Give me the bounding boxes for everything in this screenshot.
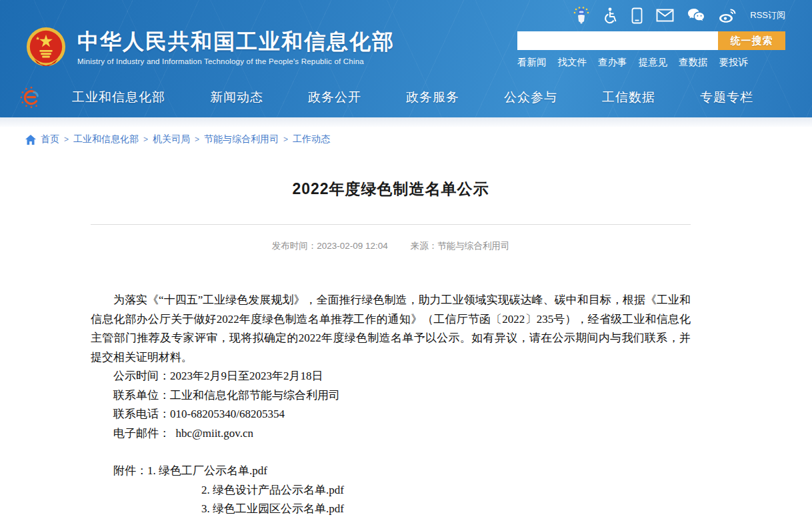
quick-link-data[interactable]: 查数据 bbox=[679, 56, 708, 69]
quick-link-complaint[interactable]: 要投诉 bbox=[719, 56, 749, 69]
accessibility-icon[interactable] bbox=[603, 7, 618, 24]
attachment-line: 3. 绿色工业园区公示名单.pdf bbox=[91, 500, 691, 519]
nav-item-gov-disclosure[interactable]: 政务公开 bbox=[308, 89, 361, 106]
mail-icon[interactable] bbox=[656, 9, 674, 22]
breadcrumb-separator: > bbox=[195, 135, 199, 144]
attachment-link-green-factory[interactable]: 1. 绿色工厂公示名单.pdf bbox=[147, 464, 267, 477]
title-divider bbox=[91, 224, 691, 225]
article-body: 为落实《“十四五”工业绿色发展规划》，全面推行绿色制造，助力工业领域实现碳达峰、… bbox=[91, 291, 691, 521]
home-icon[interactable] bbox=[25, 135, 36, 145]
attachments-label: 附件： bbox=[113, 464, 147, 477]
nav-item-data[interactable]: 工信数据 bbox=[602, 89, 655, 106]
brand-text: 中华人民共和国工业和信息化部 Ministry of Industry and … bbox=[77, 29, 395, 66]
article-content: 2022年度绿色制造名单公示 发布时间：2023-02-09 12:04来源：节… bbox=[91, 179, 691, 521]
breadcrumb: 首页 > 工业和信息化部 > 机关司局 > 节能与综合利用司 > 工作动态 bbox=[25, 133, 812, 145]
site-title: 中华人民共和国工业和信息化部 bbox=[77, 29, 395, 54]
unified-search-button[interactable]: 统一搜索 bbox=[718, 31, 785, 50]
article-meta: 发布时间：2023-02-09 12:04来源：节能与综合利用司 bbox=[91, 240, 691, 252]
miit-spiral-logo bbox=[20, 86, 43, 109]
national-emblem-logo bbox=[25, 27, 67, 68]
breadcrumb-separator: > bbox=[143, 135, 148, 144]
attachments-list: 附件：1. 绿色工厂公示名单.pdf 2. 绿色设计产品公示名单.pdf 3. … bbox=[91, 462, 691, 521]
nav-item-gov-services[interactable]: 政务服务 bbox=[406, 89, 459, 106]
header-icon-row: RSS订阅 bbox=[517, 7, 785, 24]
nav-item-public-participation[interactable]: 公众参与 bbox=[504, 89, 557, 106]
weibo-icon[interactable] bbox=[718, 8, 737, 23]
attachment-line: 4. 绿色供应链管理企业公示名单.pdf bbox=[91, 519, 691, 521]
quick-link-news[interactable]: 看新闻 bbox=[517, 56, 547, 69]
header-right: RSS订阅 统一搜索 看新闻 找文件 查办事 提意见 查数据 要投诉 bbox=[517, 0, 785, 77]
breadcrumb-home[interactable]: 首页 bbox=[41, 133, 59, 145]
breadcrumb-separator: > bbox=[283, 135, 288, 144]
main-nav: 工业和信息化部 新闻动态 政务公开 政务服务 公众参与 工信数据 专题专栏 bbox=[0, 77, 812, 117]
publish-time-label: 发布时间： bbox=[272, 241, 317, 251]
quick-link-services[interactable]: 查办事 bbox=[598, 56, 627, 69]
attachment-link-green-design-products[interactable]: 2. 绿色设计产品公示名单.pdf bbox=[201, 484, 344, 496]
site-header: 中华人民共和国工业和信息化部 Ministry of Industry and … bbox=[0, 0, 812, 117]
breadcrumb-energy-dept[interactable]: 节能与综合利用司 bbox=[204, 133, 279, 145]
breadcrumb-work-updates[interactable]: 工作动态 bbox=[293, 133, 330, 145]
breadcrumb-miit[interactable]: 工业和信息化部 bbox=[73, 133, 139, 145]
header-top: 中华人民共和国工业和信息化部 Ministry of Industry and … bbox=[0, 0, 812, 77]
article-title: 2022年度绿色制造名单公示 bbox=[91, 179, 691, 199]
quick-links-row: 看新闻 找文件 查办事 提意见 查数据 要投诉 bbox=[517, 56, 785, 69]
header-divider-strip bbox=[0, 117, 812, 127]
attachment-link-green-industrial-parks[interactable]: 3. 绿色工业园区公示名单.pdf bbox=[201, 502, 344, 515]
nav-item-miit[interactable]: 工业和信息化部 bbox=[72, 89, 165, 106]
search-bar: 统一搜索 bbox=[517, 31, 785, 50]
contact-phone-line: 联系电话：010-68205340/68205354 bbox=[91, 405, 691, 424]
search-input[interactable] bbox=[517, 31, 718, 50]
attachment-line: 2. 绿色设计产品公示名单.pdf bbox=[91, 481, 691, 500]
wechat-icon[interactable] bbox=[687, 8, 705, 23]
site-brand[interactable]: 中华人民共和国工业和信息化部 Ministry of Industry and … bbox=[25, 17, 395, 77]
site-subtitle: Ministry of Industry and Information Tec… bbox=[77, 57, 395, 65]
attachment-line: 附件：1. 绿色工厂公示名单.pdf bbox=[91, 462, 691, 481]
source-label: 来源： bbox=[411, 241, 438, 251]
quick-link-documents[interactable]: 找文件 bbox=[558, 56, 587, 69]
publicity-period-line: 公示时间：2023年2月9日至2023年2月18日 bbox=[91, 367, 691, 386]
quick-link-feedback[interactable]: 提意见 bbox=[639, 56, 668, 69]
contact-email-line: 电子邮件： hbc@miit.gov.cn bbox=[91, 424, 691, 444]
breadcrumb-departments[interactable]: 机关司局 bbox=[153, 133, 190, 145]
nav-item-news[interactable]: 新闻动态 bbox=[210, 89, 263, 106]
mobile-icon[interactable] bbox=[631, 7, 643, 24]
robot-mascot-icon[interactable] bbox=[573, 7, 589, 24]
nav-item-special-topics[interactable]: 专题专栏 bbox=[700, 89, 753, 106]
publish-time-value: 2023-02-09 12:04 bbox=[317, 241, 388, 251]
contact-unit-line: 联系单位：工业和信息化部节能与综合利用司 bbox=[91, 386, 691, 406]
breadcrumb-separator: > bbox=[64, 135, 69, 144]
nav-list: 工业和信息化部 新闻动态 政务公开 政务服务 公众参与 工信数据 专题专栏 bbox=[72, 89, 753, 106]
article-paragraph: 为落实《“十四五”工业绿色发展规划》，全面推行绿色制造，助力工业领域实现碳达峰、… bbox=[91, 291, 691, 367]
source-value: 节能与综合利用司 bbox=[437, 241, 509, 251]
rss-subscribe-link[interactable]: RSS订阅 bbox=[750, 9, 785, 21]
